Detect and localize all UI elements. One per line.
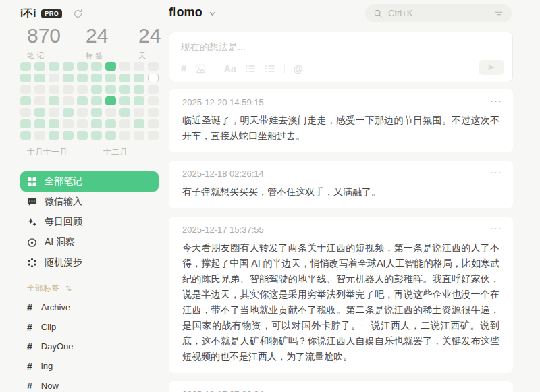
sort-icon[interactable] [65, 285, 72, 292]
tag-item-now[interactable]: # Now [20, 376, 159, 392]
sidebar-item-wechat-input[interactable]: 微信输入 [20, 192, 159, 212]
heatmap-cell [77, 62, 88, 71]
format-icon[interactable]: Aa [224, 64, 236, 74]
heatmap-cell [63, 119, 74, 128]
heatmap-cell [91, 96, 102, 105]
stat-tags-value: 24 [86, 24, 138, 47]
heatmap-cell [105, 108, 116, 117]
chevron-down-icon[interactable] [209, 10, 216, 18]
heatmap-cell [34, 96, 45, 105]
heatmap-cell [105, 85, 116, 94]
heatmap-cell [148, 74, 159, 82]
logo-row: flomo [169, 5, 216, 20]
note-timestamp: 2025-12-20 14:59:15 [182, 97, 500, 107]
send-button[interactable] [479, 60, 504, 75]
heatmap-cell [49, 74, 59, 82]
heatmap-cell [34, 119, 45, 128]
month-label-dec: 十二月 [103, 146, 128, 158]
note-timestamp: 2025-12-18 02:26:14 [182, 169, 500, 179]
tags-header: 全部标签 [20, 279, 159, 298]
sidebar-item-random-walk[interactable]: 随机漫步 [20, 252, 159, 273]
tag-item-dayone[interactable]: # DayOne [20, 337, 159, 356]
note-content: 有子弹就想买买买，管不住这双手，又满融了。 [182, 184, 500, 200]
sync-icon[interactable] [73, 9, 83, 19]
more-icon[interactable]: ··· [490, 222, 502, 233]
stat-notes: 870 笔记 [27, 24, 86, 61]
more-icon[interactable]: ··· [490, 387, 502, 392]
bullet-list-icon[interactable] [245, 63, 256, 74]
note-composer[interactable]: 现在的想法是... # Aa [169, 32, 513, 82]
search-icon [373, 9, 383, 18]
search-placeholder: Ctrl+K [388, 8, 489, 18]
heatmap-cell [63, 74, 74, 82]
heatmap-cell [34, 62, 45, 71]
sidebar-item-ai-insight[interactable]: AI 洞察 [20, 232, 159, 252]
heatmap-cell [91, 108, 102, 117]
heatmap-cell [49, 119, 59, 128]
image-icon[interactable] [195, 63, 206, 74]
heatmap-cell [105, 131, 116, 140]
heatmap-cell [91, 119, 102, 128]
hash-icon: # [27, 381, 32, 391]
heatmap-cell [63, 131, 74, 140]
heatmap-cell [134, 74, 144, 82]
sparkle-icon [27, 217, 37, 227]
ordered-list-icon[interactable] [265, 63, 275, 74]
heatmap-cell [49, 62, 59, 71]
send-icon [487, 63, 496, 72]
filter-icon[interactable] [494, 9, 504, 18]
heatmap-cell [63, 85, 74, 94]
heatmap-cell [91, 74, 102, 82]
sidebar-item-daily-review[interactable]: 每日回顾 [20, 212, 159, 232]
toolbar-divider [284, 64, 285, 74]
more-icon[interactable]: ··· [490, 166, 502, 177]
heatmap-cell [91, 131, 102, 140]
heatmap-cell [63, 108, 74, 117]
heatmap-cell [34, 131, 45, 140]
user-name: i不i [20, 7, 36, 20]
note-content: 今天看朋友圈有人转发了两条关于江西的短视频，第一条是说江西的人了不得，撑起了中国… [182, 240, 500, 364]
heatmap-cell [77, 96, 88, 105]
heatmap-cell [20, 131, 31, 140]
sidebar-item-label: AI 洞察 [45, 236, 75, 248]
tags-header-label: 全部标签 [27, 283, 59, 294]
more-icon[interactable]: ··· [490, 94, 502, 106]
composer-placeholder: 现在的想法是... [181, 41, 246, 53]
grid-icon [27, 177, 37, 187]
hash-icon: # [27, 322, 32, 333]
heatmap-cell [134, 85, 144, 94]
tag-item-ing[interactable]: # ing [20, 356, 159, 376]
heatmap-cell [134, 119, 144, 128]
heatmap-cell [34, 74, 45, 82]
heatmap-cell [63, 96, 74, 105]
user-row: i不i PRO [20, 7, 83, 20]
heatmap-cell [49, 131, 59, 140]
hash-icon: # [27, 302, 32, 313]
tag-item-archive[interactable]: # Archive [20, 298, 159, 317]
sidebar-menu: 全部笔记 微信输入 每日回顾 [20, 171, 159, 273]
heatmap-cell [77, 131, 88, 140]
heatmap-cell [105, 62, 116, 71]
mention-icon[interactable]: @ [294, 64, 303, 74]
note-card: 2025-12-18 02:26:14 ··· 有子弹就想买买买，管不住这双手，… [169, 161, 513, 208]
heatmap-cell [77, 85, 88, 94]
heatmap-cell [148, 131, 159, 140]
stat-days: 24 天 [138, 24, 161, 61]
heatmap-cell [77, 119, 88, 128]
tag-item-clip[interactable]: # Clip [20, 317, 159, 337]
search-input[interactable]: Ctrl+K [365, 4, 512, 22]
heatmap-months: 十月十一月 十二月 [27, 146, 165, 157]
heatmap-cell [77, 74, 88, 82]
heatmap-cell [49, 85, 59, 94]
stat-tags: 24 标签 [86, 24, 138, 61]
heatmap-cell [119, 85, 130, 94]
hashtag-icon[interactable]: # [181, 64, 186, 74]
month-label-oct-nov: 十月十一月 [27, 147, 68, 157]
heatmap-cell [20, 85, 31, 94]
heatmap-cell [34, 108, 45, 117]
target-icon [27, 237, 37, 248]
stats-row: 870 笔记 24 标签 24 天 [27, 24, 161, 61]
pro-badge: PRO [41, 9, 62, 18]
sidebar-item-all-notes[interactable]: 全部笔记 [20, 171, 159, 192]
hash-icon: # [27, 361, 32, 372]
